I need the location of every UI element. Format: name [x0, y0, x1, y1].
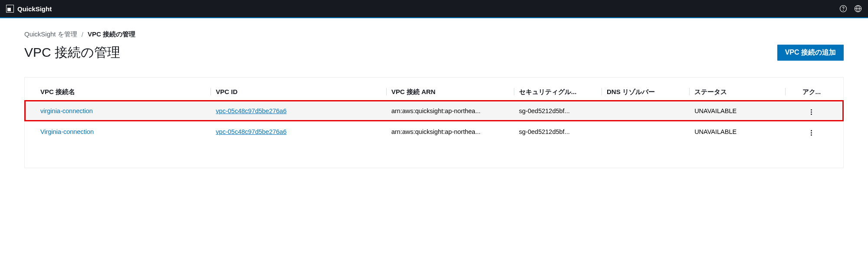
- vpc-id-link[interactable]: vpc-05c48c97d5be276a6: [216, 128, 286, 135]
- breadcrumb-parent[interactable]: QuickSight を管理: [24, 30, 77, 39]
- col-header-name[interactable]: VPC 接続名: [35, 88, 210, 96]
- svg-point-1: [843, 10, 844, 10]
- connection-name-link[interactable]: Virginia-connection: [40, 128, 94, 135]
- connection-name-link[interactable]: virginia-connection: [40, 107, 93, 114]
- vpc-id-link[interactable]: vpc-05c48c97d5be276a6: [216, 107, 286, 114]
- cell-arn: arn:aws:quicksight:ap-northea...: [386, 107, 514, 114]
- cell-status: UNAVAILABLE: [689, 128, 785, 135]
- add-vpc-connection-button[interactable]: VPC 接続の追加: [777, 45, 844, 61]
- brand-name: QuickSight: [17, 5, 52, 13]
- row-actions-icon[interactable]: [809, 107, 814, 117]
- help-icon[interactable]: [839, 5, 847, 13]
- table-row: virginia-connection vpc-05c48c97d5be276a…: [25, 101, 843, 121]
- cell-arn: arn:aws:quicksight:ap-northea...: [386, 128, 514, 135]
- cell-status: UNAVAILABLE: [689, 107, 785, 114]
- col-header-actions[interactable]: アク...: [785, 88, 833, 96]
- breadcrumb-separator: /: [82, 31, 83, 38]
- top-nav: QuickSight: [0, 0, 868, 17]
- quicksight-logo-icon: [6, 5, 14, 13]
- cell-sg: sg-0ed5212d5bf...: [514, 107, 602, 114]
- col-header-sg[interactable]: セキュリティグル...: [514, 88, 602, 96]
- row-actions-icon[interactable]: [809, 128, 814, 137]
- table-header-row: VPC 接続名 VPC ID VPC 接続 ARN セキュリティグル... DN…: [25, 88, 843, 101]
- table-row: Virginia-connection vpc-05c48c97d5be276a…: [25, 121, 843, 142]
- vpc-connections-table: VPC 接続名 VPC ID VPC 接続 ARN セキュリティグル... DN…: [24, 77, 844, 168]
- globe-icon[interactable]: [854, 5, 862, 13]
- col-header-dns[interactable]: DNS リゾルバー: [602, 88, 689, 96]
- breadcrumb: QuickSight を管理 / VPC 接続の管理: [24, 30, 844, 39]
- breadcrumb-current: VPC 接続の管理: [88, 30, 135, 39]
- col-header-arn[interactable]: VPC 接続 ARN: [386, 88, 514, 96]
- page-title: VPC 接続の管理: [24, 44, 120, 62]
- cell-sg: sg-0ed5212d5bf...: [514, 128, 602, 135]
- col-header-vpc-id[interactable]: VPC ID: [210, 88, 386, 96]
- col-header-status[interactable]: ステータス: [689, 88, 785, 96]
